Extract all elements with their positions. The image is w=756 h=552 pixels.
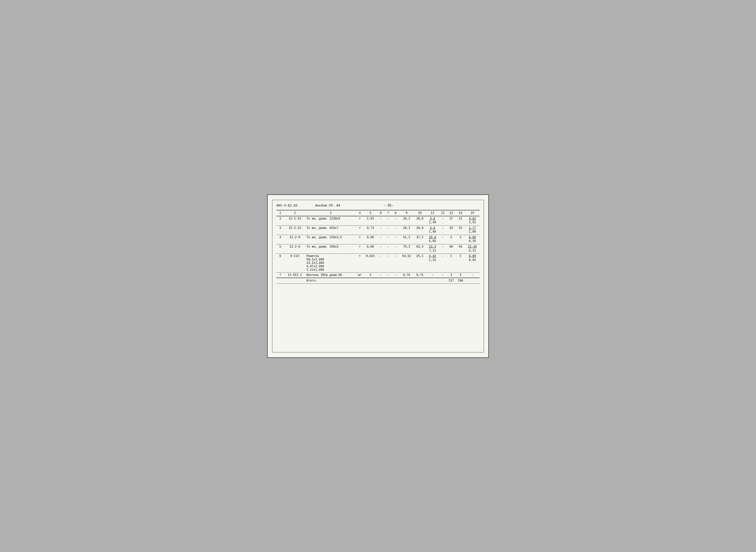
cell-col14: 2I: [456, 216, 465, 226]
total-cell-2: [284, 278, 305, 284]
cell-col11: I3,37,I2: [426, 244, 439, 254]
cell-col11: 3,8I,48: [426, 216, 439, 226]
cell-qty: 4: [364, 273, 377, 278]
col-header-13: I3: [446, 210, 456, 216]
cell-col7: –: [385, 226, 392, 235]
total-cell-3: Итого:: [305, 278, 356, 284]
cell-description: Вентиль IBIр диам.50: [305, 273, 356, 278]
cell-unit: т: [356, 244, 364, 254]
cell-unit: т: [356, 254, 364, 273]
col-header-7: 7: [385, 210, 392, 216]
cell-col14: I: [456, 254, 465, 273]
cell-col12: –: [439, 254, 446, 273]
total-cell-12: [439, 278, 446, 284]
cell-unit: шт: [356, 273, 364, 278]
table-row: 3I2-2-I3То же, диам. 820х7т0,73–––26,I20…: [276, 226, 480, 235]
cell-row-num: 2: [276, 216, 284, 226]
col-header-10: IO: [414, 210, 426, 216]
column-header-row: I 2 3 4 5 6 7 8 9 IO II I2 I3 I4 I5: [276, 210, 480, 216]
cell-col10: 0,72: [414, 273, 426, 278]
cell-qty: 0,06: [364, 235, 377, 244]
cell-col9: 79,I: [400, 244, 414, 254]
cell-description: То же, диам. 820х7: [305, 226, 356, 235]
inner-border: 90I-4-62.83 Альбом УП. 84 – 91– I 2 3 4 …: [272, 200, 484, 353]
cell-col10: 62,4: [414, 244, 426, 254]
cell-col8: –: [392, 244, 399, 254]
total-cell-10: [414, 278, 426, 284]
cell-col7: –: [385, 273, 392, 278]
cell-col15: –: [465, 273, 480, 278]
cell-col13: I9: [446, 226, 456, 235]
album-label: Альбом УП. 84: [298, 204, 358, 208]
col-header-3: 3: [305, 210, 356, 216]
cell-col15: 0,090,03: [465, 254, 480, 273]
cell-code: I2-8II-I: [284, 273, 305, 278]
cell-col13: 3: [446, 235, 456, 244]
cell-col14: 2: [456, 235, 465, 244]
total-cell-6: [377, 278, 385, 284]
cell-col13: I: [446, 254, 456, 273]
page: 90I-4-62.83 Альбом УП. 84 – 91– I 2 3 4 …: [267, 194, 489, 358]
total-cell-9: [400, 278, 414, 284]
cell-col15: 0,650,35: [465, 235, 480, 244]
col-header-12: I2: [439, 210, 446, 216]
col-header-9: 9: [400, 210, 414, 216]
cell-col12: –: [439, 244, 446, 254]
page-header: 90I-4-62.83 Альбом УП. 84 – 91–: [276, 203, 480, 208]
cell-col10: 20,0: [414, 216, 426, 226]
total-cell-4: [356, 278, 364, 284]
col-header-2: 2: [284, 210, 305, 216]
cell-col14: 54: [456, 244, 465, 254]
cell-row-num: 5: [276, 244, 284, 254]
cell-col7: –: [385, 235, 392, 244]
cell-unit: т: [356, 226, 364, 235]
cell-col6: –: [377, 235, 385, 244]
cell-qty: 0,02I: [364, 254, 377, 273]
cell-col6: –: [377, 244, 385, 254]
cell-col7: –: [385, 216, 392, 226]
cell-code: I2-2-I3: [284, 226, 305, 235]
total-row: Итого:I37I08: [276, 278, 480, 284]
col-header-5: 5: [364, 210, 377, 216]
cell-code: 9-I22: [284, 254, 305, 273]
cell-qty: I,03: [364, 216, 377, 226]
cell-col12: –: [439, 273, 446, 278]
cell-col12: –: [439, 226, 446, 235]
cell-col9: 26,I: [400, 216, 414, 226]
col-header-15: I5: [465, 210, 480, 216]
cell-col10: 20,0: [414, 226, 426, 235]
table-row: 7I2-8II-IВентиль IBIр диам.50шт4–––0,760…: [276, 273, 480, 278]
total-cell-7: [385, 278, 392, 284]
cell-description: То же, диам. I08х3: [305, 244, 356, 254]
cell-row-num: 4: [276, 235, 284, 244]
cell-unit: т: [356, 216, 364, 226]
cell-col14: I5: [456, 226, 465, 235]
cell-code: I2-2-I3: [284, 216, 305, 226]
cell-description: Решетка 50,2хI,086 23,IхI,086 4,07хI,086…: [305, 254, 356, 273]
col-header-11: II: [426, 210, 439, 216]
cell-col6: –: [377, 254, 385, 273]
total-cell-1: [276, 278, 284, 284]
cell-col15: II,446,I2: [465, 244, 480, 254]
cell-col11: 4,42I,32: [426, 254, 439, 273]
cell-col13: 27: [446, 216, 456, 226]
cell-col6: –: [377, 226, 385, 235]
doc-number: 90I-4-62.83: [276, 204, 298, 208]
table-row: 5I2-2-8То же, диам. I08х3т0,86–––79,I62,…: [276, 244, 480, 254]
cell-col6: –: [377, 216, 385, 226]
cell-col15: 3,9II,52: [465, 216, 480, 226]
cell-unit: т: [356, 235, 364, 244]
col-header-14: I4: [456, 210, 465, 216]
cell-col10: 37,2: [414, 235, 426, 244]
table-row: 4I2-2-9То же, диам. 2I9х3,5т0,06–––5I,I3…: [276, 235, 480, 244]
cell-col15: 2,77I,08: [465, 226, 480, 235]
total-cell-13: I37: [446, 278, 456, 284]
table-row: 2I2-2-I3То же, диам. I220х9тI,03–––26,I2…: [276, 216, 480, 226]
cell-col9: 54,52: [400, 254, 414, 273]
cell-col12: –: [439, 216, 446, 226]
cell-col8: –: [392, 273, 399, 278]
cell-col8: –: [392, 254, 399, 273]
cell-code: I2-2-8: [284, 244, 305, 254]
cell-col13: 68: [446, 244, 456, 254]
cell-row-num: 3: [276, 226, 284, 235]
